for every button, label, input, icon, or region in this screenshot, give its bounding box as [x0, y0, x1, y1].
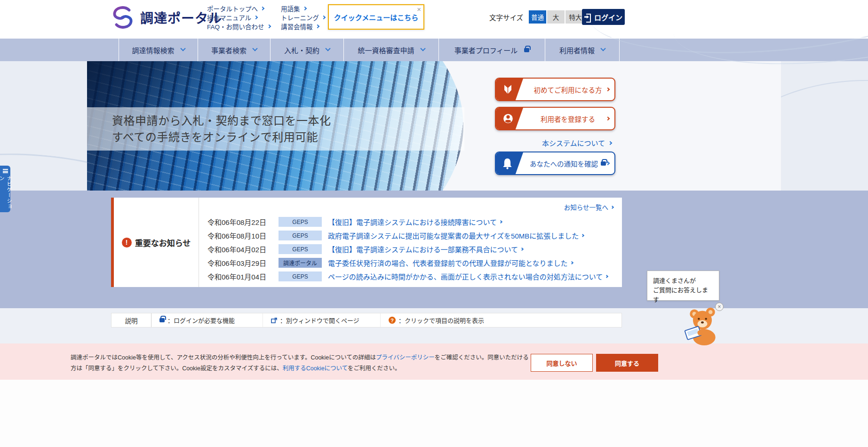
news-item: 令和06年01月04日 GEPS ページの読み込みに時間がかかる、画面が正しく表… [207, 270, 622, 283]
footer-background [0, 380, 868, 447]
font-size-normal-button[interactable]: 普通 [529, 10, 546, 24]
site-logo[interactable]: 調達ポータル [108, 5, 222, 30]
divider [0, 38, 868, 39]
cookie-consent-text: 調達ポータルではCookie等を使用して、アクセス状況の分析や利便性向上を行って… [71, 352, 529, 374]
news-date: 令和06年04月02日 [207, 244, 279, 254]
font-size-label: 文字サイズ [489, 12, 523, 22]
font-size-large-button[interactable]: 大 [547, 10, 565, 24]
chevron-down-icon [325, 46, 330, 51]
bear-mascot[interactable] [682, 305, 723, 345]
menu-icon [3, 169, 8, 173]
chevron-down-icon [420, 46, 425, 51]
chevron-right-icon [254, 15, 258, 19]
cookie-usage-link[interactable]: 利用するCookieについて [283, 365, 348, 372]
news-date: 令和06年01月04日 [207, 271, 279, 281]
font-size-switcher: 文字サイズ 普通 大 特大 [489, 10, 586, 24]
lock-icon [601, 161, 606, 166]
header-link-glossary[interactable]: 用語集 [281, 5, 325, 11]
external-window-icon [271, 318, 277, 323]
news-item: 令和06年04月02日 GEPS 【復旧】電子調達システムにおける一部業務不具合… [207, 242, 622, 256]
news-tag: GEPS [279, 217, 322, 227]
legend-item-login-required: ：ログインが必要な機能 [151, 313, 263, 327]
news-section: ! 重要なお知らせ お知らせ一覧へ 令和06年08月22日 GEPS 【復旧】電… [0, 191, 868, 308]
nav-item-vendor-search[interactable]: 事業者検索 [198, 39, 270, 61]
news-date: 令和06年08月10日 [207, 231, 279, 240]
news-title-link[interactable]: 【復旧】電子調達システムにおける接続障害について [328, 217, 502, 227]
first-time-users-button[interactable]: 初めてご利用になる方 [495, 78, 615, 101]
important-news-card: ! 重要なお知らせ お知らせ一覧へ 令和06年08月22日 GEPS 【復旧】電… [111, 198, 622, 287]
header-link-seminar[interactable]: 講習会情報 [281, 23, 325, 29]
nav-item-procurement-search[interactable]: 調達情報検索 [119, 39, 198, 61]
quick-menu-banner[interactable]: クイックメニューはこちら × [328, 4, 424, 30]
about-system-link[interactable]: 本システムについて [495, 138, 612, 148]
hero-line-1: 資格申請から入札・契約まで窓口を一本化 [112, 112, 464, 129]
hero-section: 資格申請から入札・契約まで窓口を一本化 すべての手続きをオンラインで利用可能 初… [0, 61, 868, 191]
legend-item-new-window: ：別ウィンドウで開くページ [263, 313, 381, 327]
mascot-tooltip: 調達くまさんが ご質問にお答えします [647, 271, 719, 301]
chevron-right-icon [322, 15, 326, 19]
mascot-close-button[interactable]: × [715, 303, 724, 311]
hero-line-2: すべての手続きをオンラインで利用可能 [112, 129, 464, 145]
important-icon: ! [122, 238, 132, 247]
header-link-training[interactable]: トレーニング [281, 14, 325, 20]
news-list: お知らせ一覧へ 令和06年08月22日 GEPS 【復旧】電子調達システムにおけ… [199, 198, 622, 287]
beginner-mark-icon [496, 79, 523, 100]
nav-item-unified-qualification[interactable]: 統一資格審査申請 [343, 39, 438, 61]
news-item: 令和06年03月29日 調達ポータル 電子委任状発行済の場合、代表者登録前での代… [207, 256, 622, 270]
person-icon [496, 108, 523, 129]
login-icon [584, 14, 591, 21]
quick-menu-label: クイックメニューはこちら [334, 12, 418, 22]
news-title-link[interactable]: 政府電子調達システムに提出可能な提案書の最大サイズを50MBに拡張しました [328, 231, 584, 240]
legend-item-click-help: ? ：クリックで項目の説明を表示 [381, 313, 621, 327]
question-icon: ? [389, 317, 396, 324]
global-nav: 調達情報検索 事業者検索 入札・契約 統一資格審査申請 事業者プロフィール 利用… [0, 39, 868, 61]
privacy-policy-link[interactable]: プライバシーポリシー [376, 354, 435, 361]
chevron-right-icon [499, 220, 502, 224]
login-button[interactable]: ログイン [582, 9, 625, 25]
news-item: 令和06年08月10日 GEPS 政府電子調達システムに提出可能な提案書の最大サ… [207, 229, 622, 242]
news-title-link[interactable]: 電子委任状発行済の場合、代表者登録前での代理人登録が可能となりました [328, 258, 573, 268]
news-tag: 調達ポータル [279, 258, 322, 268]
lock-icon [524, 48, 529, 52]
news-title-link[interactable]: ページの読み込みに時間がかかる、画面が正しく表示されない場合の対処方法について [328, 271, 608, 281]
hero-catchphrase: 資格申請から入札・契約まで窓口を一本化 すべての手続きをオンラインで利用可能 [87, 107, 464, 151]
side-tab-label: ナビゲーション [0, 176, 13, 212]
nav-item-vendor-profile[interactable]: 事業者プロフィール [438, 39, 545, 61]
header-links-column-1: ポータルトップへ 操作マニュアル FAQ・お問い合わせ [207, 5, 271, 29]
header-link-faq[interactable]: FAQ・お問い合わせ [207, 23, 271, 29]
news-tag: GEPS [279, 244, 322, 254]
cookie-accept-button[interactable]: 同意する [596, 354, 658, 372]
news-item: 令和06年08月22日 GEPS 【復旧】電子調達システムにおける接続障害につい… [207, 215, 622, 229]
chevron-right-icon [581, 234, 584, 237]
news-date: 令和06年03月29日 [207, 258, 279, 268]
nav-item-user-info[interactable]: 利用者情報 [545, 39, 620, 61]
close-icon[interactable]: × [417, 6, 421, 13]
news-title-link[interactable]: 【復旧】電子調達システムにおける一部業務不具合について [328, 244, 523, 254]
chevron-right-icon [608, 141, 612, 144]
chevron-right-icon [315, 24, 319, 28]
news-tag: GEPS [279, 271, 322, 281]
header: 調達ポータル ポータルトップへ 操作マニュアル FAQ・お問い合わせ 用語集 ト… [0, 0, 868, 38]
chevron-right-icon [605, 275, 608, 278]
chevron-right-icon [570, 261, 573, 264]
legend-bar: 説明 ：ログインが必要な機能 ：別ウィンドウで開くページ ? ：クリックで項目の… [111, 313, 622, 327]
hero-panel: 資格申請から入札・契約まで窓口を一本化 すべての手続きをオンラインで利用可能 [87, 61, 781, 191]
cookie-decline-button[interactable]: 同意しない [531, 354, 593, 372]
chevron-right-icon [611, 205, 614, 208]
chevron-right-icon [303, 6, 306, 10]
header-link-portal-top[interactable]: ポータルトップへ [207, 5, 271, 11]
news-list-link[interactable]: お知らせ一覧へ [564, 202, 613, 212]
navigation-side-tab[interactable]: ナビゲーション [0, 166, 10, 212]
lock-icon [159, 318, 165, 322]
procurement-portal-page: 調達ポータル ポータルトップへ 操作マニュアル FAQ・お問い合わせ 用語集 ト… [0, 0, 868, 447]
register-user-button[interactable]: 利用者を登録する [495, 107, 615, 130]
important-news-heading: ! 重要なお知らせ [114, 198, 199, 287]
cookie-consent-banner: 調達ポータルではCookie等を使用して、アクセス状況の分析や利便性向上を行って… [0, 343, 868, 380]
news-date: 令和06年08月22日 [207, 217, 279, 227]
legend-label: 説明 [111, 313, 151, 327]
header-link-manual[interactable]: 操作マニュアル [207, 14, 271, 20]
check-notifications-button[interactable]: あなたへの通知を確認 [495, 152, 615, 175]
bell-icon [496, 152, 523, 174]
nav-item-bid-contract[interactable]: 入札・契約 [270, 39, 343, 61]
chevron-down-icon [600, 46, 605, 51]
